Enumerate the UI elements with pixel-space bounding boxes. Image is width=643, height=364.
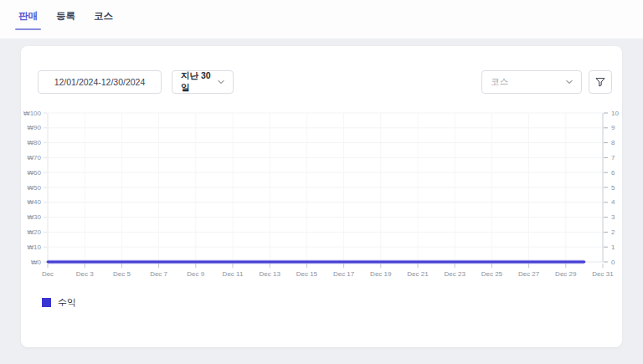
chart-toolbar: 지난 30일 코스	[38, 70, 612, 94]
right-axis-label: 1	[611, 244, 615, 251]
revenue-chart-svg: ₩10010₩909₩808₩707₩606₩505₩404₩303₩202₩1…	[21, 105, 622, 301]
x-axis-label: Dec 23	[445, 270, 466, 278]
tab-courses-label: 코스	[94, 11, 113, 21]
x-axis-label: Dec 11	[223, 270, 244, 278]
course-select[interactable]: 코스	[481, 70, 582, 94]
tab-sales[interactable]: 판매	[18, 10, 38, 30]
x-axis-label: Dec 31	[592, 270, 614, 278]
tab-enrollment[interactable]: 등록	[56, 10, 75, 30]
x-axis-label: Dec 13	[260, 270, 281, 278]
right-axis-label: 6	[611, 169, 615, 177]
filter-button[interactable]	[589, 70, 612, 94]
left-axis-label: ₩80	[28, 139, 42, 146]
x-axis-label: Dec 25	[481, 270, 503, 278]
left-axis-label: ₩0	[31, 259, 42, 266]
revenue-chart: ₩10010₩909₩808₩707₩606₩505₩404₩303₩202₩1…	[21, 105, 622, 301]
x-axis-label: Dec 9	[187, 270, 204, 278]
right-axis-label: 9	[611, 124, 615, 131]
right-axis-label: 10	[611, 110, 619, 117]
period-select[interactable]: 지난 30일	[172, 70, 234, 94]
right-axis-label: 2	[611, 228, 615, 236]
analytics-card: 지난 30일 코스 ₩10010₩909₩808₩707₩606₩505₩404…	[21, 46, 622, 347]
active-tab-underline	[15, 28, 41, 30]
right-axis-label: 0	[611, 259, 615, 266]
left-axis-label: ₩10	[28, 244, 42, 251]
left-axis-label: ₩70	[28, 154, 42, 161]
x-axis-label: Dec 27	[518, 270, 540, 278]
left-axis-label: ₩20	[28, 228, 42, 236]
x-axis-label: Dec 3	[76, 270, 94, 278]
left-axis-label: ₩100	[23, 110, 41, 117]
right-axis-label: 3	[611, 213, 615, 221]
funnel-icon	[594, 76, 606, 88]
left-axis-label: ₩30	[28, 213, 42, 221]
x-axis-label: Dec 19	[370, 270, 392, 278]
right-axis-label: 7	[611, 154, 615, 161]
left-axis-label: ₩90	[28, 124, 42, 131]
legend-swatch-revenue	[42, 298, 51, 307]
tab-enrollment-label: 등록	[56, 11, 75, 21]
date-range-input[interactable]	[38, 70, 162, 94]
tab-courses[interactable]: 코스	[94, 10, 113, 30]
course-select-label: 코스	[491, 76, 508, 88]
legend-label-revenue: 수익	[58, 296, 76, 309]
x-axis-label: Dec 21	[407, 270, 429, 278]
x-axis-label: Dec 15	[296, 270, 318, 278]
x-axis-label: Dec 5	[113, 270, 131, 278]
period-select-label: 지난 30일	[181, 70, 211, 94]
chart-legend: 수익	[42, 296, 76, 309]
x-axis-label: Dec 29	[555, 270, 577, 278]
left-axis-label: ₩40	[28, 198, 42, 206]
right-axis-label: 4	[611, 198, 615, 206]
right-axis-label: 5	[611, 184, 615, 192]
left-axis-label: ₩50	[28, 184, 42, 192]
tab-bar: 판매 등록 코스	[0, 0, 643, 38]
chevron-down-icon	[564, 77, 574, 87]
x-axis-label: Dec	[42, 270, 54, 278]
right-axis-label: 8	[611, 139, 615, 146]
chevron-down-icon	[216, 77, 226, 87]
x-axis-label: Dec 7	[150, 270, 167, 278]
tab-sales-label: 판매	[18, 11, 38, 21]
left-axis-label: ₩60	[28, 169, 42, 177]
x-axis-label: Dec 17	[333, 270, 355, 278]
